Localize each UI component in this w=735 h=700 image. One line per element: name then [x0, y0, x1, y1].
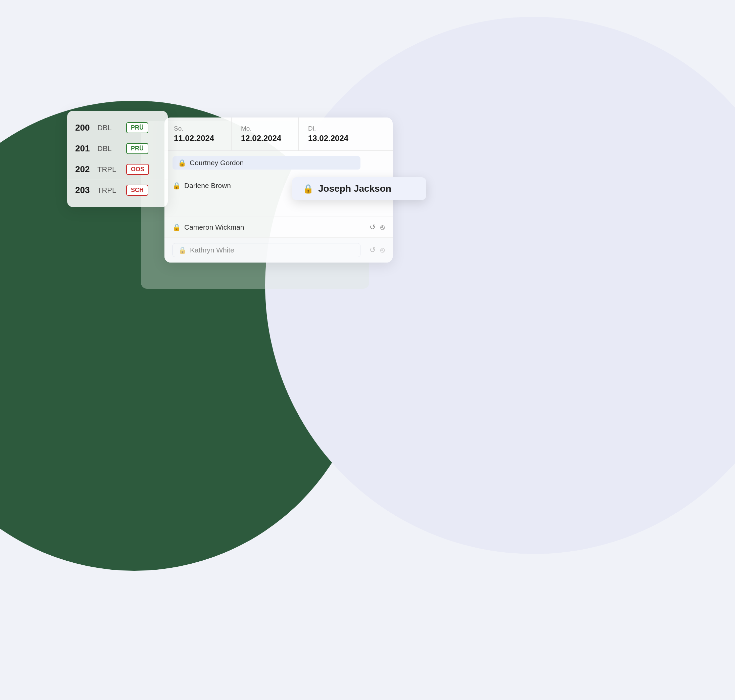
guest-entry-kathryn: 🔒 Kathryn White: [178, 246, 234, 254]
kathryn-action-icons: ↺ ⎋: [369, 246, 385, 254]
room-row-202[interactable]: 202 TRPL OOS: [67, 159, 168, 180]
room-badge-200: PRÜ: [126, 122, 148, 133]
lock-icon-darlene: 🔒: [172, 182, 181, 190]
lock-icon-cameron: 🔒: [172, 223, 181, 231]
room-type-202: TRPL: [97, 165, 121, 174]
refresh-icon-cameron[interactable]: ↺: [369, 223, 376, 232]
calendar-col-1: Mo. 12.02.2024: [232, 118, 299, 150]
day-label-2: Di.: [308, 125, 356, 132]
day-label-0: So.: [174, 125, 222, 132]
room-row-200[interactable]: 200 DBL PRÜ: [67, 118, 168, 138]
joseph-jackson-popup: 🔒 Joseph Jackson: [292, 177, 426, 200]
booking-cell-kathryn: 🔒 Kathryn White: [172, 243, 360, 257]
booking-rows: 🔒 Courtney Gordon 🔒 Darlene Brown: [165, 151, 392, 263]
room-badge-202: OOS: [126, 164, 149, 175]
cameron-action-icons: ↺ ⎋: [369, 223, 385, 232]
share-icon-kathryn[interactable]: ⎋: [380, 246, 385, 254]
day-label-1: Mo.: [241, 125, 289, 132]
guest-name-courtney: Courtney Gordon: [190, 159, 244, 167]
room-type-201: DBL: [97, 144, 121, 153]
guest-name-darlene: Darlene Brown: [184, 182, 231, 190]
room-badge-203: SCH: [126, 185, 148, 196]
calendar-col-0: So. 11.02.2024: [165, 118, 232, 150]
lock-icon-courtney: 🔒: [178, 159, 186, 167]
lock-icon-joseph: 🔒: [303, 184, 313, 194]
day-date-0: 11.02.2024: [174, 134, 222, 143]
booking-row-3[interactable]: 🔒 Cameron Wickman ↺ ⎋: [165, 217, 392, 238]
room-number-202: 202: [75, 164, 92, 175]
guest-entry-cameron: 🔒 Cameron Wickman: [172, 223, 244, 231]
booking-panel: So. 11.02.2024 Mo. 12.02.2024 Di. 13.02.…: [165, 118, 392, 263]
guest-name-kathryn: Kathryn White: [190, 246, 234, 254]
guest-name-joseph: Joseph Jackson: [318, 183, 391, 194]
guest-entry-courtney: 🔒 Courtney Gordon: [178, 159, 244, 167]
room-list-panel: 200 DBL PRÜ 201 DBL PRÜ 202 TRPL OOS 203…: [67, 111, 168, 207]
guest-name-cameron: Cameron Wickman: [184, 223, 244, 231]
room-number-201: 201: [75, 143, 92, 154]
refresh-icon-kathryn[interactable]: ↺: [369, 246, 376, 254]
room-row-203[interactable]: 203 TRPL SCH: [67, 180, 168, 200]
booking-cell-courtney: 🔒 Courtney Gordon: [172, 156, 360, 169]
room-number-203: 203: [75, 185, 92, 196]
room-number-200: 200: [75, 122, 92, 133]
room-row-201[interactable]: 201 DBL PRÜ: [67, 138, 168, 159]
room-type-200: DBL: [97, 124, 121, 132]
day-date-1: 12.02.2024: [241, 134, 289, 143]
booking-row-4[interactable]: 🔒 Kathryn White ↺ ⎋: [165, 238, 392, 263]
content-area: 200 DBL PRÜ 201 DBL PRÜ 202 TRPL OOS 203…: [67, 111, 392, 263]
calendar-col-2: Di. 13.02.2024: [299, 118, 366, 150]
calendar-header: So. 11.02.2024 Mo. 12.02.2024 Di. 13.02.…: [165, 118, 392, 151]
booking-row-0[interactable]: 🔒 Courtney Gordon: [165, 151, 392, 175]
lock-icon-kathryn: 🔒: [178, 246, 187, 254]
share-icon-cameron[interactable]: ⎋: [380, 223, 385, 232]
room-type-203: TRPL: [97, 186, 121, 195]
booking-cell-darlene: 🔒 Darlene Brown: [172, 182, 240, 190]
guest-entry-darlene: 🔒 Darlene Brown: [172, 182, 231, 190]
booking-cell-cameron: 🔒 Cameron Wickman: [172, 223, 244, 231]
room-badge-201: PRÜ: [126, 143, 148, 154]
day-date-2: 13.02.2024: [308, 134, 356, 143]
